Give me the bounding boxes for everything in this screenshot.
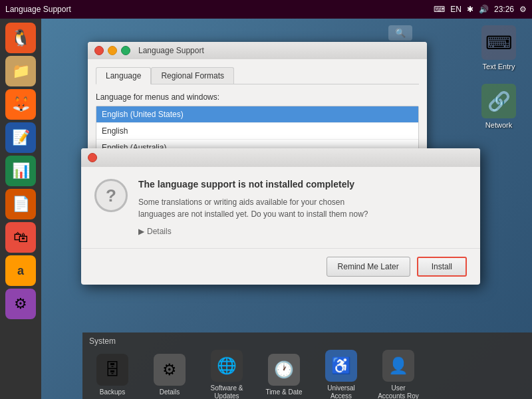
tab-regional[interactable]: Regional Formats bbox=[151, 67, 234, 84]
details-label: Details bbox=[160, 388, 180, 396]
details-taskbar-item[interactable]: ⚙ Details bbox=[146, 354, 193, 396]
tab-language[interactable]: Language bbox=[96, 67, 151, 84]
window-title: Language Support bbox=[138, 46, 204, 55]
details-arrow-icon: ▶ bbox=[138, 227, 144, 236]
backups-taskbar-item[interactable]: 🗄 Backups bbox=[89, 354, 136, 396]
backups-icon: 🗄 bbox=[96, 354, 128, 386]
software-updates-label: Software &Updates bbox=[211, 384, 243, 399]
time-date-label: Time & Date bbox=[265, 388, 302, 396]
user-accounts-label: UserAccounts Roy bbox=[378, 384, 419, 399]
dialog-titlebar bbox=[81, 148, 480, 167]
search-icon: 🔍 bbox=[395, 28, 406, 38]
lang-item-en[interactable]: English bbox=[96, 123, 418, 140]
details-icon: ⚙ bbox=[154, 354, 186, 386]
volume-indicator[interactable]: 🔊 bbox=[479, 5, 489, 14]
dock: 🐧 📁 🦊 📝 📊 📄 🛍 a ⚙ bbox=[0, 19, 41, 399]
lang-item-en-us[interactable]: English (United States) bbox=[96, 106, 418, 123]
files-dock-icon[interactable]: 📁 bbox=[5, 56, 36, 86]
language-indicator[interactable]: EN bbox=[450, 5, 462, 14]
dialog-heading: The language support is not installed co… bbox=[138, 179, 368, 190]
desktop-search[interactable]: 🔍 bbox=[388, 25, 412, 41]
settings-icon[interactable]: ⚙ bbox=[519, 5, 527, 14]
ubuntu-logo[interactable]: 🐧 bbox=[5, 23, 36, 53]
network-icon: 🔗 bbox=[487, 90, 511, 112]
time-date-taskbar-item[interactable]: 🕐 Time & Date bbox=[261, 354, 307, 396]
libreoffice-dock-icon[interactable]: 📝 bbox=[5, 122, 36, 153]
amazon-dock-icon[interactable]: a bbox=[5, 255, 36, 286]
software-dock-icon[interactable]: 🛍 bbox=[5, 222, 36, 253]
taskbar-icons: 🗄 Backups ⚙ Details 🌐 Software &Updates … bbox=[89, 350, 525, 399]
universal-access-taskbar-item[interactable]: ♿ UniversalAccess bbox=[318, 350, 364, 399]
topbar: Language Support ⌨ EN ✱ 🔊 23:26 ⚙ bbox=[0, 0, 532, 19]
software-updates-icon: 🌐 bbox=[211, 350, 243, 382]
details-label: Details bbox=[147, 227, 172, 236]
dialog-body: ? The language support is not installed … bbox=[81, 167, 480, 248]
taskbar-system-label: System bbox=[89, 336, 525, 346]
software-updates-taskbar-item[interactable]: 🌐 Software &Updates bbox=[203, 350, 250, 399]
user-accounts-icon: 👤 bbox=[382, 350, 414, 382]
topbar-indicators: ⌨ EN ✱ 🔊 23:26 ⚙ bbox=[434, 5, 527, 14]
details-toggle[interactable]: ▶ Details bbox=[138, 227, 368, 236]
lang-section-label: Language for menus and windows: bbox=[96, 92, 419, 102]
window-close-button[interactable] bbox=[94, 46, 104, 55]
language-support-titlebar: Language Support bbox=[88, 42, 427, 59]
text-entry-icon: ⌨ bbox=[485, 32, 512, 54]
desktop-icons: ⌨ Text Entry 🔗 Network bbox=[472, 25, 525, 129]
dialog-question-icon: ? bbox=[94, 179, 128, 212]
system-dock-icon[interactable]: ⚙ bbox=[5, 289, 36, 319]
calc-dock-icon[interactable]: 📊 bbox=[5, 156, 36, 186]
universal-access-label: UniversalAccess bbox=[327, 384, 355, 399]
dialog-buttons: Remind Me Later Install bbox=[81, 248, 480, 285]
dialog-message: Some translations or writing aids availa… bbox=[138, 196, 368, 220]
texteditor-dock-icon[interactable]: 📄 bbox=[5, 189, 36, 219]
user-accounts-taskbar-item[interactable]: 👤 UserAccounts Roy bbox=[375, 350, 422, 399]
topbar-title: Language Support bbox=[5, 5, 434, 14]
time-display: 23:26 bbox=[494, 5, 514, 14]
firefox-dock-icon[interactable]: 🦊 bbox=[5, 89, 36, 120]
universal-access-icon: ♿ bbox=[325, 350, 357, 382]
network-label: Network bbox=[485, 121, 512, 129]
window-maximize-button[interactable] bbox=[121, 46, 130, 55]
desktop: 🔍 ⌨ Text Entry 🔗 Network Language Suppor… bbox=[41, 19, 532, 399]
backups-label: Backups bbox=[100, 388, 125, 396]
text-entry-label: Text Entry bbox=[483, 63, 515, 70]
time-date-icon: 🕐 bbox=[268, 354, 300, 386]
dialog-text: The language support is not installed co… bbox=[138, 179, 368, 236]
remind-me-later-button[interactable]: Remind Me Later bbox=[327, 257, 410, 277]
keyboard-indicator[interactable]: ⌨ bbox=[434, 5, 445, 14]
dialog-close-button[interactable] bbox=[88, 153, 97, 162]
tab-bar: Language Regional Formats bbox=[96, 67, 419, 84]
taskbar: System 🗄 Backups ⚙ Details 🌐 Software &U… bbox=[82, 332, 532, 399]
network-desktop-icon[interactable]: 🔗 Network bbox=[472, 84, 525, 129]
bluetooth-indicator[interactable]: ✱ bbox=[467, 5, 473, 14]
text-entry-desktop-icon[interactable]: ⌨ Text Entry bbox=[472, 25, 525, 70]
incomplete-language-dialog: ? The language support is not installed … bbox=[81, 148, 480, 285]
install-button[interactable]: Install bbox=[417, 257, 467, 277]
window-minimize-button[interactable] bbox=[108, 46, 117, 55]
